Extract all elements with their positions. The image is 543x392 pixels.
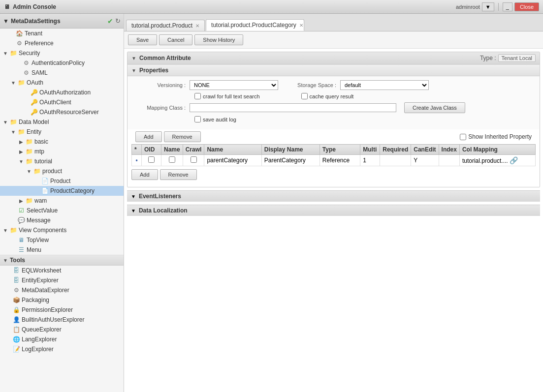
col-colmapping: Col Mapping (459, 145, 535, 155)
tab-product-close[interactable]: ✕ (195, 23, 199, 29)
tools-section-header[interactable]: ▼ Tools (0, 255, 124, 266)
sidebar-item-wam[interactable]: ▶ 📁 wam (0, 196, 124, 206)
sidebar-item-product[interactable]: 📄 Product (0, 176, 124, 186)
sidebar-item-logexplorer[interactable]: 📝 LogExplorer (0, 344, 124, 354)
left-panel-scroll: 🏠 Tenant ⚙ Preference ▼ 📁 Security ⚙ Au (0, 29, 124, 392)
table-header-row: * OID Name Crawl Name Display Name Type … (132, 145, 536, 155)
tab-productcategory-close[interactable]: ✕ (299, 23, 303, 28)
left-panel-header: ▼ MetaDataSettings ✔ ↻ (0, 14, 124, 29)
versioning-select[interactable]: NONE NUMBER DATE (190, 80, 278, 90)
cell-name-check (161, 155, 183, 166)
show-inherited-checkbox[interactable] (460, 134, 466, 140)
properties-title[interactable]: ▼ Properties (128, 65, 540, 76)
sidebar-item-oauthresource[interactable]: 🔑 OAuthResourceServer (0, 107, 124, 117)
header-icons: ✔ ↻ (107, 17, 121, 25)
add-property-button[interactable]: Add (135, 131, 162, 142)
col-display-name: Display Name (261, 145, 319, 155)
sidebar-item-oauth[interactable]: ▼ 📁 OAuth (0, 78, 124, 88)
sidebar-item-message[interactable]: 💬 Message (0, 215, 124, 225)
sidebar-item-productcategory[interactable]: 📄 ProductCategory (0, 186, 124, 196)
check-icon[interactable]: ✔ (107, 17, 113, 25)
show-history-button[interactable]: Show History (194, 34, 243, 45)
cell-display-name: ParentCategory (261, 155, 319, 166)
sidebar-item-tenant[interactable]: 🏠 Tenant (0, 29, 124, 38)
sidebar-item-permissionexplorer[interactable]: 🔒 PermissionExplorer (0, 305, 124, 315)
toggle-icon[interactable]: ▼ (3, 18, 9, 25)
sidebar-item-preference[interactable]: ⚙ Preference (0, 38, 124, 48)
col-index: Index (439, 145, 459, 155)
sidebar-item-entityexplorer[interactable]: 🗄 EntityExplorer (0, 275, 124, 285)
sidebar-item-oauthauth[interactable]: 🔑 OAuthAuthorization (0, 88, 124, 97)
col-multi: Multi (360, 145, 380, 155)
sidebar-item-tutorial[interactable]: ▼ 📁 tutorial (0, 156, 124, 166)
create-java-class-button[interactable]: Create Java Class (404, 102, 465, 113)
main-toolbar: Save Cancel Show History (124, 31, 543, 49)
refresh-icon[interactable]: ↻ (115, 17, 121, 25)
sidebar-item-metadataexplorer[interactable]: ⚙ MetaDataExplorer (0, 285, 124, 295)
prop-toolbar-bottom: Add Remove (131, 166, 536, 183)
sidebar-item-entity[interactable]: ▼ 📁 Entity (0, 127, 124, 137)
sidebar-item-selectvalue[interactable]: ☑ SelectValue (0, 206, 124, 215)
sidebar-item-oauthclient[interactable]: 🔑 OAuthClient (0, 97, 124, 107)
sidebar-item-saml[interactable]: ⚙ SAML (0, 68, 124, 78)
sidebar-item-topview[interactable]: 🖥 TopView (0, 235, 124, 245)
sidebar-item-viewcomponents[interactable]: ▼ 📁 View Components (0, 225, 124, 235)
type-badge: Tenant Local (498, 54, 536, 62)
crawl-checkbox[interactable] (194, 93, 201, 99)
name-check-checkbox[interactable] (169, 156, 175, 163)
common-attribute-toggle: ▼ (131, 56, 136, 61)
cancel-button[interactable]: Cancel (159, 34, 192, 45)
col-star: * (132, 145, 142, 155)
sidebar-item-langexplorer[interactable]: 🌐 LangExplorer (0, 334, 124, 344)
sidebar-item-menu[interactable]: ☰ Menu (0, 245, 124, 255)
audit-log-row: save audit log (191, 116, 536, 122)
sidebar-item-datamodel[interactable]: ▼ 📁 Data Model (0, 117, 124, 127)
mapping-class-label: Mapping Class : (131, 105, 186, 111)
storage-space-select[interactable]: default (340, 80, 429, 90)
cell-oid (142, 155, 161, 166)
common-attribute-title[interactable]: ▼ Common Attribute Type : Tenant Local (128, 52, 540, 64)
tab-product-label: tutorial.product.Product (131, 22, 192, 29)
remove-property-bottom-button[interactable]: Remove (160, 169, 197, 180)
sidebar-item-builtinauthuser[interactable]: 👤 BuiltinAuthUserExplorer (0, 315, 124, 325)
crawl-row-checkbox[interactable] (191, 156, 197, 163)
storage-space-label: Storage Space : (292, 82, 336, 88)
audit-log-checkbox-row: save audit log (194, 116, 236, 122)
add-property-bottom-button[interactable]: Add (131, 169, 158, 180)
oid-checkbox[interactable] (148, 156, 155, 163)
minimize-button[interactable]: _ (503, 2, 512, 11)
prop-toolbar: Add Remove Show Inherited Property (131, 129, 536, 144)
cache-label: cache query result (310, 93, 354, 99)
cell-name: parentCategory (204, 155, 261, 166)
mapping-class-input[interactable] (190, 103, 396, 112)
app-title: 🖥 Admin Console (4, 3, 56, 10)
sidebar-item-product-folder[interactable]: ▼ 📁 product (0, 166, 124, 176)
data-localization-title[interactable]: ▼ Data Localization (127, 205, 540, 216)
col-mapping-icon[interactable]: 🔗 (510, 156, 518, 164)
event-listeners-title[interactable]: ▼ EventListeners (127, 191, 540, 202)
cache-checkbox[interactable] (301, 93, 308, 99)
close-button[interactable]: Close (514, 2, 539, 11)
metadata-settings-title: ▼ MetaDataSettings (3, 18, 61, 25)
show-inherited-container: Show Inherited Property (460, 133, 532, 140)
right-panel: tutorial.product.Product ✕ tutorial.prod… (124, 14, 543, 392)
sidebar-item-queueexplorer[interactable]: 📋 QueueExplorer (0, 325, 124, 334)
event-listeners-label: EventListeners (139, 193, 181, 200)
sidebar-item-eqlworksheet[interactable]: 🗄 EQLWorksheet (0, 266, 124, 275)
col-required: Required (380, 145, 411, 155)
cell-star: • (132, 155, 142, 166)
sidebar-item-packaging[interactable]: 📦 Packaging (0, 295, 124, 305)
save-button[interactable]: Save (128, 34, 157, 45)
user-dropdown[interactable]: ▼ (482, 2, 494, 11)
cell-index (439, 155, 459, 166)
audit-log-checkbox[interactable] (194, 116, 201, 122)
versioning-label: Versioning : (131, 82, 186, 88)
sidebar-item-basic[interactable]: ▶ 📁 basic (0, 137, 124, 147)
remove-property-button[interactable]: Remove (164, 131, 201, 142)
sidebar-item-security[interactable]: ▼ 📁 Security (0, 48, 124, 58)
sidebar-item-mtp[interactable]: ▶ 📁 mtp (0, 147, 124, 156)
tab-productcategory[interactable]: tutorial.product.ProductCategory ✕ (206, 19, 304, 31)
sidebar-item-authpolicy[interactable]: ⚙ AuthenticationPolicy (0, 58, 124, 68)
tab-product[interactable]: tutorial.product.Product ✕ (126, 20, 205, 31)
cache-checkbox-row: cache query result (301, 93, 354, 99)
